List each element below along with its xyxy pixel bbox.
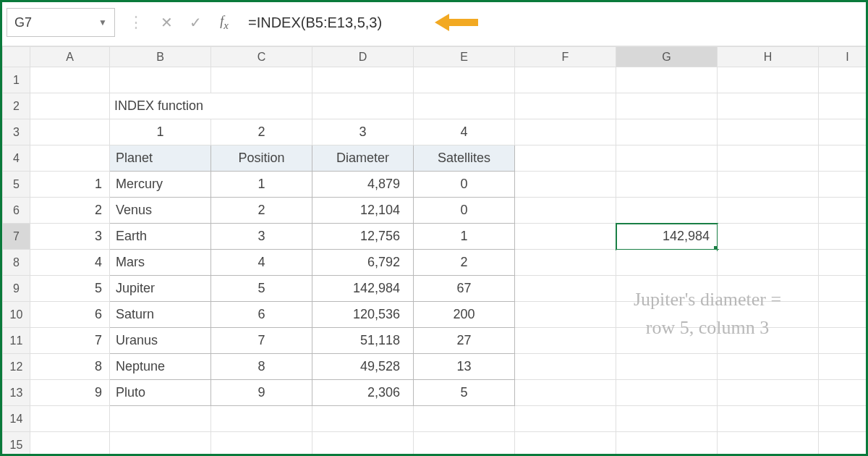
row-marker[interactable]: 6 xyxy=(30,302,110,328)
table-cell[interactable]: 12,756 xyxy=(312,224,414,250)
cell[interactable] xyxy=(718,328,819,354)
table-cell[interactable]: 67 xyxy=(414,276,515,302)
cell[interactable] xyxy=(616,406,718,432)
cell[interactable] xyxy=(819,380,867,406)
table-header-position[interactable]: Position xyxy=(211,145,312,172)
col-header[interactable]: F xyxy=(515,47,616,67)
table-cell[interactable]: Pluto xyxy=(110,380,211,406)
cell[interactable] xyxy=(718,432,819,457)
cell[interactable] xyxy=(819,328,867,354)
row-marker[interactable]: 3 xyxy=(30,224,110,250)
table-cell[interactable]: 0 xyxy=(414,198,515,224)
cell[interactable] xyxy=(110,67,211,93)
table-header-satellites[interactable]: Satellites xyxy=(414,145,515,172)
col-marker[interactable]: 4 xyxy=(414,119,515,145)
row-header[interactable]: 2 xyxy=(3,93,30,119)
cell[interactable] xyxy=(616,250,718,276)
col-header[interactable]: E xyxy=(414,47,515,67)
cell[interactable] xyxy=(312,406,414,432)
col-header[interactable]: G xyxy=(616,47,718,67)
row-header[interactable]: 10 xyxy=(3,302,30,328)
col-header[interactable]: A xyxy=(30,47,110,67)
col-header[interactable]: H xyxy=(718,47,819,67)
table-cell[interactable]: 9 xyxy=(211,380,312,406)
cell[interactable] xyxy=(718,145,819,172)
cell[interactable] xyxy=(718,224,819,250)
cell[interactable] xyxy=(819,93,867,119)
cell[interactable] xyxy=(819,250,867,276)
row-header[interactable]: 6 xyxy=(3,198,30,224)
cell[interactable] xyxy=(515,250,616,276)
cell[interactable] xyxy=(819,276,867,302)
cell[interactable] xyxy=(819,432,867,457)
table-cell[interactable]: 27 xyxy=(414,328,515,354)
cell[interactable] xyxy=(30,119,110,145)
cell[interactable] xyxy=(211,406,312,432)
cell[interactable] xyxy=(515,328,616,354)
cell[interactable] xyxy=(616,302,718,328)
table-cell[interactable]: 2,306 xyxy=(312,380,414,406)
row-header[interactable]: 8 xyxy=(3,250,30,276)
row-marker[interactable]: 4 xyxy=(30,250,110,276)
selected-cell[interactable]: 142,984 xyxy=(616,224,718,250)
table-cell[interactable]: 12,104 xyxy=(312,198,414,224)
col-marker[interactable]: 1 xyxy=(110,119,211,145)
cell[interactable] xyxy=(616,354,718,380)
row-header[interactable]: 3 xyxy=(3,119,30,145)
row-header[interactable]: 14 xyxy=(3,406,30,432)
cell[interactable] xyxy=(515,93,616,119)
col-header[interactable]: B xyxy=(110,47,211,67)
table-cell[interactable]: 3 xyxy=(211,224,312,250)
table-cell[interactable]: 4,879 xyxy=(312,172,414,198)
cell[interactable] xyxy=(718,119,819,145)
table-cell[interactable]: 2 xyxy=(414,250,515,276)
cell[interactable] xyxy=(312,432,414,457)
table-cell[interactable]: Mercury xyxy=(110,172,211,198)
cell[interactable] xyxy=(30,145,110,172)
row-header[interactable]: 7 xyxy=(3,224,30,250)
cancel-icon[interactable]: ✕ xyxy=(157,14,176,31)
title-cell[interactable]: INDEX function xyxy=(110,93,312,119)
table-cell[interactable]: 6,792 xyxy=(312,250,414,276)
table-cell[interactable]: 5 xyxy=(211,276,312,302)
col-marker[interactable]: 3 xyxy=(312,119,414,145)
table-cell[interactable]: 51,118 xyxy=(312,328,414,354)
cell[interactable] xyxy=(819,119,867,145)
cell[interactable] xyxy=(211,67,312,93)
cell[interactable] xyxy=(718,406,819,432)
formula-input[interactable]: =INDEX(B5:E13,5,3) xyxy=(244,14,417,31)
cell[interactable] xyxy=(515,276,616,302)
cell[interactable] xyxy=(718,172,819,198)
table-cell[interactable]: 5 xyxy=(414,380,515,406)
spreadsheet-grid[interactable]: A B C D E F G H I 1 2 INDEX function 3 1… xyxy=(2,46,866,456)
col-marker[interactable]: 2 xyxy=(211,119,312,145)
row-header[interactable]: 9 xyxy=(3,276,30,302)
cell[interactable] xyxy=(515,198,616,224)
cell[interactable] xyxy=(616,119,718,145)
col-header[interactable]: D xyxy=(312,47,414,67)
table-cell[interactable]: 2 xyxy=(211,198,312,224)
table-cell[interactable]: 13 xyxy=(414,354,515,380)
row-header[interactable]: 12 xyxy=(3,354,30,380)
cell[interactable] xyxy=(515,145,616,172)
cell[interactable] xyxy=(616,276,718,302)
table-cell[interactable]: 6 xyxy=(211,302,312,328)
table-cell[interactable]: 142,984 xyxy=(312,276,414,302)
table-cell[interactable]: Venus xyxy=(110,198,211,224)
cell[interactable] xyxy=(616,198,718,224)
table-cell[interactable]: 200 xyxy=(414,302,515,328)
cell[interactable] xyxy=(515,172,616,198)
cell[interactable] xyxy=(616,93,718,119)
cell[interactable] xyxy=(414,93,515,119)
row-header[interactable]: 11 xyxy=(3,328,30,354)
cell[interactable] xyxy=(718,380,819,406)
cell[interactable] xyxy=(616,380,718,406)
table-cell[interactable]: 0 xyxy=(414,172,515,198)
cell[interactable] xyxy=(819,354,867,380)
cell[interactable] xyxy=(819,302,867,328)
cell[interactable] xyxy=(819,224,867,250)
table-cell[interactable]: Uranus xyxy=(110,328,211,354)
row-header[interactable]: 15 xyxy=(3,432,30,457)
corner-cell[interactable] xyxy=(3,47,30,67)
cell[interactable] xyxy=(515,302,616,328)
